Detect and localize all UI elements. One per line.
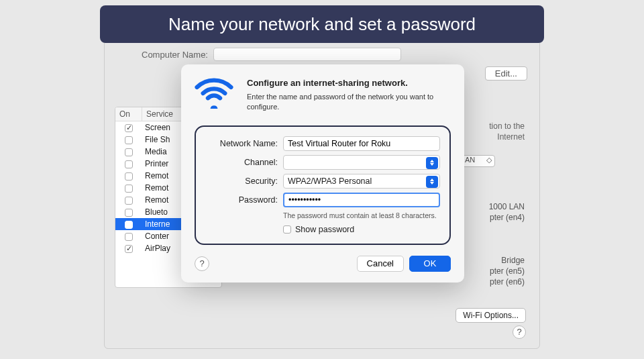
network-name-input[interactable] — [283, 136, 440, 151]
channel-select[interactable] — [283, 155, 440, 170]
share-from-select[interactable]: AN◇ — [462, 155, 495, 167]
password-input[interactable] — [283, 193, 440, 207]
network-name-label: Network Name: — [205, 139, 278, 148]
dialog-subtitle: Enter the name and password of the netwo… — [247, 92, 435, 112]
security-value: WPA2/WPA3 Personal — [288, 176, 372, 186]
ok-button[interactable]: OK — [409, 256, 451, 272]
security-select[interactable]: WPA2/WPA3 Personal — [283, 174, 440, 189]
wifi-icon — [195, 78, 233, 112]
edit-button[interactable]: Edit... — [485, 66, 527, 81]
computer-name-row: Computer Name: — [142, 48, 401, 61]
password-label: Password: — [205, 195, 278, 205]
banner-text: Name your network and set a password — [168, 14, 476, 35]
computer-name-input[interactable] — [213, 48, 401, 61]
help-button[interactable]: ? — [513, 325, 526, 339]
security-label: Security: — [205, 176, 278, 186]
chevron-updown-icon — [426, 176, 438, 188]
dialog-title: Configure an internet-sharing network. — [247, 78, 435, 88]
show-password-checkbox[interactable] — [283, 225, 291, 234]
chevron-updown-icon — [426, 157, 438, 169]
show-password-label: Show password — [295, 225, 354, 234]
configure-sharing-dialog: Configure an internet-sharing network. E… — [181, 64, 464, 283]
password-helper: The password must contain at least 8 cha… — [283, 211, 440, 219]
help-button[interactable]: ? — [195, 256, 209, 271]
cancel-button[interactable]: Cancel — [357, 256, 404, 272]
form-box: Network Name: Channel: Security: WPA2/WP… — [195, 125, 451, 245]
wifi-options-button[interactable]: Wi-Fi Options... — [455, 308, 526, 323]
channel-label: Channel: — [205, 158, 278, 167]
instruction-banner: Name your network and set a password — [100, 5, 544, 43]
